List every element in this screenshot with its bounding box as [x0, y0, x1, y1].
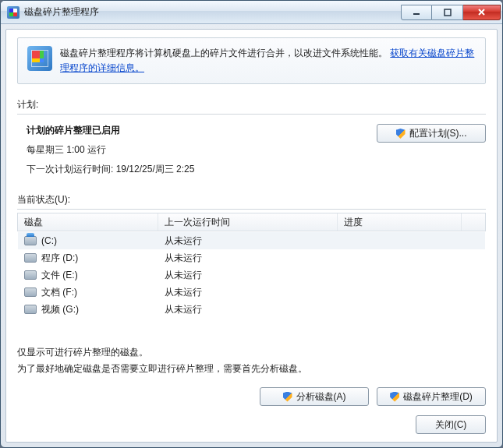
- os-drive-icon: [24, 236, 37, 245]
- schedule-next-run: 下一次计划运行时间: 19/12/25/周三 2:25: [27, 163, 377, 176]
- table-header: 磁盘 上一次运行时间 进度: [17, 213, 486, 231]
- cell-disk: (C:): [18, 235, 158, 246]
- drive-icon: [24, 305, 37, 314]
- configure-schedule-label: 配置计划(S)...: [409, 127, 467, 140]
- drive-name: (C:): [41, 235, 57, 246]
- banner-text: 磁盘碎片整理程序将计算机硬盘上的碎片文件进行合并，以改进文件系统性能。 获取有关…: [60, 46, 476, 76]
- shield-icon: [283, 392, 292, 402]
- drive-name: 视频 (G:): [41, 303, 79, 316]
- table-row[interactable]: 文档 (F:)从未运行: [18, 284, 485, 301]
- disk-table: 磁盘 上一次运行时间 进度 (C:)从未运行程序 (D:)从未运行文件 (E:)…: [17, 213, 486, 319]
- drive-icon: [24, 287, 37, 297]
- column-spacer: [462, 213, 485, 231]
- table-row[interactable]: (C:)从未运行: [18, 232, 485, 249]
- column-disk[interactable]: 磁盘: [18, 213, 158, 231]
- table-row[interactable]: 程序 (D:)从未运行: [18, 249, 485, 266]
- close-row: 关闭(C): [17, 415, 486, 434]
- defrag-icon: [27, 46, 52, 71]
- analyze-label: 分析磁盘(A): [296, 390, 346, 404]
- drive-name: 文档 (F:): [41, 286, 77, 299]
- shield-icon: [390, 392, 399, 402]
- window-controls: [401, 5, 501, 20]
- schedule-row: 计划的碎片整理已启用 每星期三 1:00 运行 下一次计划运行时间: 19/12…: [17, 124, 486, 182]
- table-body: (C:)从未运行程序 (D:)从未运行文件 (E:)从未运行文档 (F:)从未运…: [17, 231, 486, 319]
- banner-description: 磁盘碎片整理程序将计算机硬盘上的碎片文件进行合并，以改进文件系统性能。: [60, 48, 388, 58]
- close-dialog-button[interactable]: 关闭(C): [416, 415, 486, 434]
- schedule-info: 计划的碎片整理已启用 每星期三 1:00 运行 下一次计划运行时间: 19/12…: [17, 124, 377, 182]
- drive-name: 程序 (D:): [41, 252, 78, 265]
- window-frame: 磁盘碎片整理程序 磁盘碎片整理程序将计算机硬盘上的碎片文件进行合并，以改进文件系…: [0, 0, 503, 448]
- client-area: 磁盘碎片整理程序将计算机硬盘上的碎片文件进行合并，以改进文件系统性能。 获取有关…: [5, 29, 498, 443]
- cell-disk: 程序 (D:): [18, 252, 158, 265]
- svg-rect-1: [445, 9, 451, 16]
- cell-disk: 文档 (F:): [18, 286, 158, 299]
- cell-last-run: 从未运行: [158, 252, 338, 265]
- schedule-title: 计划的碎片整理已启用: [27, 124, 377, 137]
- column-last-run[interactable]: 上一次运行时间: [158, 213, 338, 231]
- cell-disk: 文件 (E:): [18, 269, 158, 282]
- close-icon: [477, 8, 486, 16]
- cell-last-run: 从未运行: [158, 286, 338, 299]
- cell-last-run: 从未运行: [158, 235, 338, 248]
- maximize-icon: [444, 9, 452, 16]
- titlebar[interactable]: 磁盘碎片整理程序: [1, 1, 502, 24]
- drive-name: 文件 (E:): [41, 269, 78, 282]
- window-title: 磁盘碎片整理程序: [24, 5, 401, 19]
- table-row[interactable]: 文件 (E:)从未运行: [18, 266, 485, 284]
- column-progress[interactable]: 进度: [338, 213, 462, 231]
- schedule-frequency: 每星期三 1:00 运行: [27, 143, 377, 157]
- minimize-icon: [413, 9, 420, 16]
- configure-schedule-button[interactable]: 配置计划(S)...: [377, 124, 486, 143]
- schedule-section-label: 计划:: [17, 98, 486, 111]
- cell-last-run: 从未运行: [158, 269, 338, 282]
- action-buttons: 分析磁盘(A) 磁盘碎片整理(D): [17, 387, 486, 406]
- close-button[interactable]: [463, 5, 501, 20]
- note-line-1: 仅显示可进行碎片整理的磁盘。: [17, 344, 486, 360]
- cell-last-run: 从未运行: [158, 303, 338, 316]
- info-banner: 磁盘碎片整理程序将计算机硬盘上的碎片文件进行合并，以改进文件系统性能。 获取有关…: [17, 37, 486, 84]
- note-line-2: 为了最好地确定磁盘是否需要立即进行碎片整理，需要首先分析磁盘。: [17, 361, 486, 376]
- minimize-button[interactable]: [401, 5, 432, 20]
- analyze-disk-button[interactable]: 分析磁盘(A): [260, 387, 369, 406]
- defrag-label: 磁盘碎片整理(D): [403, 390, 473, 404]
- app-icon: [7, 6, 19, 19]
- divider: [17, 114, 486, 115]
- defragment-disk-button[interactable]: 磁盘碎片整理(D): [377, 387, 486, 406]
- divider: [17, 209, 486, 210]
- drive-icon: [24, 253, 37, 263]
- status-section-label: 当前状态(U):: [17, 193, 486, 206]
- cell-disk: 视频 (G:): [18, 303, 158, 316]
- maximize-button[interactable]: [432, 5, 463, 20]
- shield-icon: [396, 129, 406, 139]
- footer-notes: 仅显示可进行碎片整理的磁盘。 为了最好地确定磁盘是否需要立即进行碎片整理，需要首…: [17, 330, 486, 376]
- table-row[interactable]: 视频 (G:)从未运行: [18, 301, 485, 318]
- drive-icon: [24, 270, 37, 280]
- close-label: 关闭(C): [435, 418, 467, 432]
